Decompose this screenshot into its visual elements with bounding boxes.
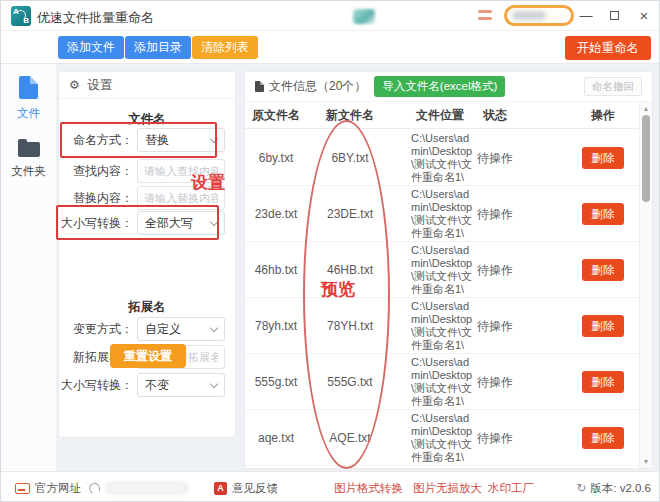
table-row: 46hb.txt 46HB.txt C:\Users\admin\Desktop… (245, 242, 641, 298)
ext-case-convert-label: 大小写转换： (61, 373, 133, 397)
link-image-lossless-enlarge[interactable]: 图片无损放大 (413, 472, 482, 502)
link-watermark-factory[interactable]: 水印工厂 (488, 472, 534, 502)
clear-list-button[interactable]: 清除列表 (192, 36, 258, 59)
cell-original-name: 78yh.txt (245, 298, 307, 354)
case-convert-label: 大小写转换： (61, 211, 133, 235)
minimize-button[interactable]: — (573, 1, 599, 31)
cell-new-name: 6BY.txt (307, 130, 393, 186)
cell-original-name: 6by.txt (245, 130, 307, 186)
cell-original-name: aqe.txt (245, 410, 307, 466)
extension-section-title: 拓展名 (59, 299, 235, 316)
scroll-up-icon[interactable]: ▴ (640, 104, 652, 113)
version-label: 版本: v2.0.6 (590, 481, 651, 496)
cell-status: 待操作 (470, 354, 520, 410)
cell-status: 待操作 (470, 466, 520, 469)
cell-file-location: C:\Users\admin\Desktop\测试文件\文件重命名1\ (411, 188, 477, 240)
table-row: 555g.txt 555G.txt C:\Users\admin\Desktop… (245, 354, 641, 410)
vertical-scrollbar[interactable]: ▴ ▾ (639, 102, 652, 468)
blurred-service-icon (353, 9, 375, 24)
titlebar: A B 优速文件批量重命名 — × (1, 1, 660, 31)
cell-new-name: 23DE.txt (307, 186, 393, 242)
blurred-phone-number (105, 481, 189, 495)
app-logo-icon: A B (11, 6, 31, 26)
cell-operation: 删除 (565, 242, 641, 298)
settings-header-label: 设置 (87, 78, 112, 92)
naming-method-select[interactable]: 替换 (137, 128, 225, 152)
feedback-link[interactable]: A 意见反馈 (214, 472, 278, 502)
version-info: ↻ 版本: v2.0.6 (576, 472, 651, 502)
cell-status: 待操作 (470, 242, 520, 298)
close-button[interactable]: × (631, 1, 657, 31)
reset-settings-button[interactable]: 重置设置 (110, 344, 186, 368)
sidebar-item-folders[interactable]: 文件夹 (1, 136, 56, 179)
delete-button[interactable]: 删除 (582, 371, 624, 393)
cell-new-name: 46HB.txt (307, 242, 393, 298)
delete-button[interactable]: 删除 (582, 147, 624, 169)
cell-file-location: C:\Users\admin\Desktop\测试文件\文件重命名1\ (411, 132, 477, 184)
cell-new-name: AQE.txt (307, 410, 393, 466)
start-rename-button[interactable]: 开始重命名 (565, 36, 652, 60)
file-info-title: 文件信息（20个） (269, 78, 366, 95)
ext-case-convert-row: 大小写转换： 不变 (59, 373, 235, 397)
filename-section-title: 文件名 (59, 111, 235, 128)
chevron-down-icon (210, 323, 218, 331)
find-content-label: 查找内容： (61, 159, 133, 183)
cell-new-name: 555G.txt (307, 354, 393, 410)
naming-method-label: 命名方式： (61, 128, 133, 152)
change-method-select[interactable]: 自定义 (137, 317, 225, 341)
add-directory-button[interactable]: 添加目录 (125, 36, 191, 59)
naming-method-value: 替换 (145, 132, 169, 149)
cell-operation: 删除 (565, 298, 641, 354)
replace-content-input[interactable] (137, 186, 225, 210)
maximize-button[interactable] (601, 1, 627, 31)
case-convert-select[interactable]: 全部大写 (137, 211, 225, 235)
blurred-text-lines (478, 10, 492, 24)
settings-panel: ⚙ 设置 文件名 命名方式： 替换 查找内容： 替换内容： 大小写转换： 全部大… (58, 71, 236, 438)
ext-case-convert-value: 不变 (145, 377, 169, 394)
file-table-panel: 文件信息（20个） 导入文件名(excel格式) 命名撤回 原文件名 新文件名 … (244, 71, 653, 469)
scrollbar-thumb[interactable] (642, 115, 650, 202)
cell-file-location: C:\Users\admin\Desktop\测试文件\文件重命名1\ (411, 468, 477, 469)
change-method-label: 变更方式： (61, 317, 133, 341)
rename-undo-button[interactable]: 命名撤回 (584, 77, 642, 96)
sidebar-item-label: 文件夹 (1, 164, 56, 179)
app-window: A B 优速文件批量重命名 — × 添加文件 添加目录 清除列表 开始重命名 文… (0, 0, 660, 502)
find-content-input[interactable] (137, 159, 225, 183)
cell-status: 待操作 (470, 186, 520, 242)
link-image-format-convert[interactable]: 图片格式转换 (334, 472, 403, 502)
app-title: 优速文件批量重命名 (37, 9, 154, 27)
scroll-down-icon[interactable]: ▾ (640, 457, 652, 466)
cell-file-location: C:\Users\admin\Desktop\测试文件\文件重命名1\ (411, 412, 477, 464)
add-files-button[interactable]: 添加文件 (58, 36, 124, 59)
website-icon (15, 483, 30, 494)
toolbar: 添加文件 添加目录 清除列表 开始重命名 (1, 31, 660, 64)
column-new-name: 新文件名 (307, 102, 393, 129)
delete-button[interactable]: 删除 (582, 315, 624, 337)
cell-operation: 删除 (565, 354, 641, 410)
case-convert-row: 大小写转换： 全部大写 (59, 211, 235, 235)
delete-button[interactable]: 删除 (582, 259, 624, 281)
table-row: 23de.txt 23DE.txt C:\Users\admin\Desktop… (245, 186, 641, 242)
official-website-link[interactable]: 官方网址 (15, 472, 81, 502)
sidebar-item-files[interactable]: 文件 (1, 76, 56, 121)
delete-button[interactable]: 删除 (582, 203, 624, 225)
logo-arrow-icon (15, 10, 26, 21)
cell-status: 待操作 (470, 298, 520, 354)
delete-button[interactable]: 删除 (582, 427, 624, 449)
blurred-vip-badge[interactable] (504, 5, 574, 26)
refresh-icon[interactable]: ↻ (576, 481, 586, 495)
ext-case-convert-select[interactable]: 不变 (137, 373, 225, 397)
table-row: aqe.txt AQE.txt C:\Users\admin\Desktop\测… (245, 410, 641, 466)
table-row: 78yh.txt 78YH.txt C:\Users\admin\Desktop… (245, 298, 641, 354)
table-rows: 6by.txt 6BY.txt C:\Users\admin\Desktop\测… (245, 130, 641, 469)
replace-content-label: 替换内容： (61, 186, 133, 210)
feedback-label: 意见反馈 (232, 481, 278, 496)
cell-operation: 删除 (565, 130, 641, 186)
maximize-icon (610, 11, 619, 20)
cell-status: 待操作 (470, 410, 520, 466)
folder-icon (18, 142, 40, 157)
sidebar: 文件 文件夹 (1, 64, 56, 471)
column-operation: 操作 (565, 102, 641, 129)
table-row: 6by.txt 6BY.txt C:\Users\admin\Desktop\测… (245, 130, 641, 186)
import-filenames-button[interactable]: 导入文件名(excel格式) (374, 76, 505, 97)
